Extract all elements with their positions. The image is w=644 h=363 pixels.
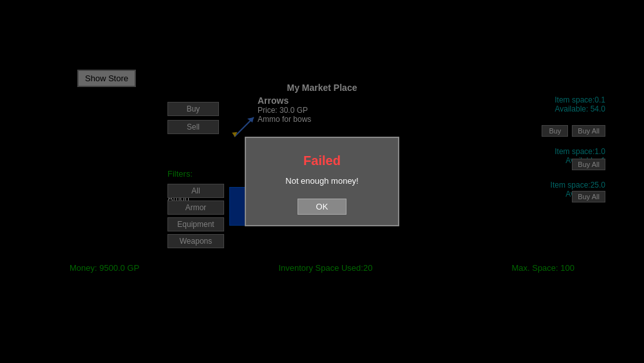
modal-message: Not enough money! <box>259 176 385 186</box>
modal-box: Failed Not enough money! OK <box>245 137 399 226</box>
modal-ok-button[interactable]: OK <box>298 199 347 215</box>
modal-overlay: Failed Not enough money! OK <box>0 0 644 363</box>
modal-title: Failed <box>259 153 385 168</box>
